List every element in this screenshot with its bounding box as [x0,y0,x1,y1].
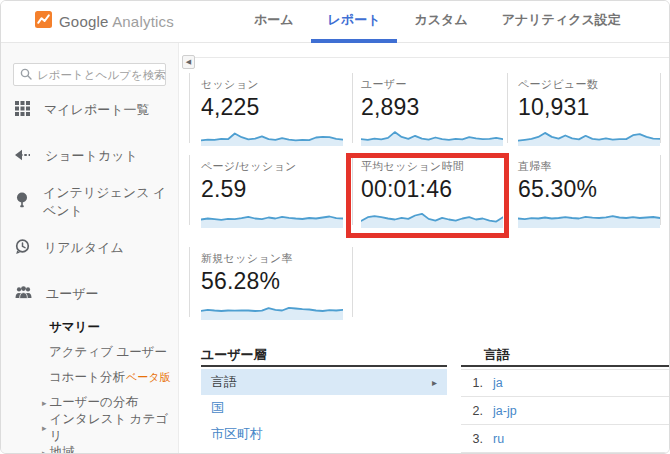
tab-custom[interactable]: カスタム [397,1,484,43]
submenu-item-interests[interactable]: ▸ インタレスト カテゴリ [1,415,178,440]
table-row: 1. ja [461,369,670,397]
app-header: Google Analytics ホーム レポート カスタム アナリティクス設定 [1,1,669,43]
sidebar-item-label: リアルタイム [44,239,124,257]
sidebar-item-label: ショートカット [45,147,138,165]
dashboards-grid-icon [15,101,30,120]
language-link[interactable]: ja [493,376,503,390]
main-nav: ホーム レポート カスタム アナリティクス設定 [237,1,638,43]
metric-value: 56.28% [201,268,353,295]
card-divider [189,73,190,143]
card-divider [189,155,190,225]
sparkline-chart [201,123,353,151]
shortcut-arrow-icon [15,147,31,165]
expand-triangle-icon: ▸ [42,448,47,454]
content-top-divider [193,57,670,58]
language-link[interactable]: ru [493,432,504,446]
report-sidebar: マイレポート一覧 ショートカット [1,43,179,454]
metric-card-pages-per-session[interactable]: ページ/セッション 2.59 [201,159,353,233]
metric-value: 2.59 [201,176,353,203]
google-analytics-window: Google Analytics ホーム レポート カスタム アナリティクス設定 [0,0,670,454]
demographics-row-language[interactable]: 言語 ▸ [201,369,447,395]
table-row: 3. ru [461,425,670,453]
submenu-label: コホート分析 [49,369,125,386]
panel-title-underline [201,365,447,367]
search-input[interactable] [37,69,191,81]
metric-label: ページビュー数 [518,77,670,92]
language-link[interactable]: ja-jp [493,404,517,418]
sidebar-search[interactable] [13,63,166,86]
sidebar-item-label: ユーザー [46,285,99,303]
submenu-item-overview[interactable]: サマリー [1,315,178,340]
sidebar-menu: マイレポート一覧 ショートカット [1,87,178,317]
demographics-panel-title: ユーザー層 [201,346,267,364]
intelligence-icon [15,192,29,212]
sparkline-chart [518,205,670,233]
tab-home[interactable]: ホーム [237,1,311,43]
metric-label: 新規セッション率 [201,251,353,266]
google-analytics-logo[interactable]: Google Analytics [35,11,174,32]
users-icon [15,285,32,303]
metric-card-pageviews[interactable]: ページビュー数 10,931 [518,77,670,151]
submenu-label: 地域 [50,444,75,454]
metric-value: 65.30% [518,176,670,203]
submenu-label: ユーザーの分布 [50,394,138,411]
row-label: 言語 [211,373,237,391]
row-label: 市区町村 [211,425,263,443]
metric-card-new-sessions[interactable]: 新規セッション率 56.28% [201,251,353,325]
submenu-item-cohort-analysis[interactable]: コホート分析 ベータ版 [1,365,178,390]
audience-submenu: サマリー アクティブ ユーザー コホート分析 ベータ版 ▸ ユーザーの分布 ▸ … [1,315,178,454]
realtime-clock-icon [15,239,30,258]
metric-value: 00:01:46 [361,176,513,203]
language-table: 1. ja 2. ja-jp 3. ru [461,369,670,453]
sidebar-collapse-button[interactable]: ◀ [182,55,195,69]
metric-card-sessions[interactable]: セッション 4,225 [201,77,353,151]
submenu-label: インタレスト カテゴリ [50,411,178,445]
metric-label: ページ/セッション [201,159,353,174]
row-rank: 1. [461,376,483,390]
metric-card-bounce-rate[interactable]: 直帰率 65.30% [518,159,670,233]
sidebar-item-realtime[interactable]: リアルタイム [1,225,178,271]
sidebar-item-audience[interactable]: ユーザー [1,271,178,317]
metric-label: ユーザー [361,77,513,92]
table-row: 2. ja-jp [461,397,670,425]
analytics-logo-icon [35,11,52,32]
submenu-label: アクティブ ユーザー [49,344,167,361]
row-rank: 3. [461,432,483,446]
metric-value: 4,225 [201,94,353,121]
sparkline-chart [518,123,670,151]
metric-label: セッション [201,77,353,92]
submenu-label: サマリー [49,319,100,336]
metric-card-avg-session-duration[interactable]: 平均セッション時間 00:01:46 [361,159,513,233]
expand-triangle-icon: ▸ [42,423,47,433]
logo-text: Google Analytics [59,13,174,30]
row-label: 国 [211,399,224,417]
beta-badge: ベータ版 [126,370,171,385]
submenu-item-active-users[interactable]: アクティブ ユーザー [1,340,178,365]
report-main-area: ◀ セッション 4,225 ユーザー 2,893 ページビュー数 10,931 [179,43,670,454]
sparkline-chart [361,123,513,151]
language-table-title: 言語 [484,346,510,364]
card-divider [189,247,190,317]
metric-card-users[interactable]: ユーザー 2,893 [361,77,513,151]
tab-admin[interactable]: アナリティクス設定 [485,1,638,43]
sidebar-item-label: マイレポート一覧 [44,101,150,119]
demographics-row-country[interactable]: 国 [201,395,447,421]
sidebar-item-label: インテリジェンス イベント [43,184,178,220]
sidebar-item-intelligence[interactable]: インテリジェンス イベント [1,179,178,225]
row-rank: 2. [461,404,483,418]
sidebar-item-shortcuts[interactable]: ショートカット [1,133,178,179]
sparkline-chart [361,205,513,233]
sidebar-item-dashboards[interactable]: マイレポート一覧 [1,87,178,133]
demographics-row-list: 言語 ▸ 国 市区町村 [201,369,447,447]
expand-triangle-icon: ▸ [42,398,47,408]
panel-title-underline [461,365,670,367]
metric-value: 2,893 [361,94,513,121]
search-icon [20,66,32,84]
metric-label: 平均セッション時間 [361,159,513,174]
demographics-row-city[interactable]: 市区町村 [201,421,447,447]
sparkline-chart [201,205,353,233]
metric-label: 直帰率 [518,159,670,174]
tab-reports[interactable]: レポート [311,1,398,43]
row-arrow-icon: ▸ [432,377,437,388]
metric-value: 10,931 [518,94,670,121]
